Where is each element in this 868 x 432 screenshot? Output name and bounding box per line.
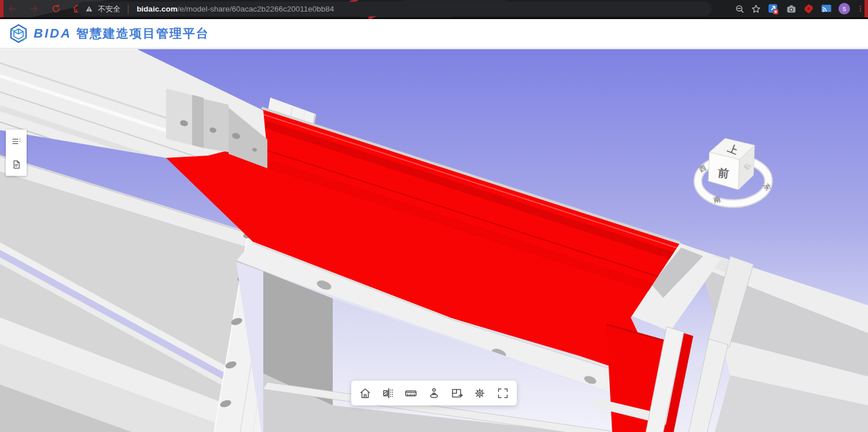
measure-button[interactable] [400,382,422,404]
brand-logo: BIDA 智慧建造项目管理平台 [8,23,209,44]
red-extension-icon[interactable] [803,3,814,14]
security-label: 不安全 [98,4,120,14]
back-icon[interactable] [6,2,19,15]
browser-window: 不安全 │ bidaic.com/e/model-share/60acac2b2… [0,0,868,432]
address-bar[interactable]: 不安全 │ bidaic.com/e/model-share/60acac2b2… [77,2,712,16]
forward-icon[interactable] [28,2,41,15]
not-secure-warning-icon [85,5,93,13]
fullscreen-icon [496,386,510,400]
browser-actions: s [735,0,865,17]
camera-extension-icon[interactable] [786,3,797,14]
document-icon [11,159,22,170]
model-viewport[interactable]: 西 南 东 上 前 右 [0,49,868,432]
viewpoint-button[interactable] [446,382,468,404]
bida-logo-icon [8,23,29,44]
fullscreen-button[interactable] [492,382,514,404]
url-path: /e/model-share/60acac2b2266c20011e0bb84 [178,5,334,13]
model-scene: 西 南 东 上 前 右 [0,49,868,432]
kebab-menu-icon[interactable] [856,3,865,14]
settings-gear-icon [473,386,487,400]
zoom-icon[interactable] [735,4,745,14]
section-button[interactable] [377,382,399,404]
home-view-button[interactable] [354,382,376,404]
roam-button[interactable] [423,382,445,404]
document-button[interactable] [6,153,27,176]
screenshot-extension-icon[interactable] [767,3,779,15]
bookmark-star-icon[interactable] [751,4,761,14]
url-domain: bidaic.com [137,5,178,13]
section-icon [381,386,395,400]
home-icon [358,386,372,400]
cube-front-label[interactable]: 前 [718,167,730,180]
profile-avatar[interactable]: s [838,3,850,14]
roam-icon [427,386,441,400]
url-separator: │ [126,5,131,13]
brand-chinese: 智慧建造项目管理平台 [76,25,209,42]
app-header: BIDA 智慧建造项目管理平台 [0,19,868,49]
viewer-toolbar [351,381,517,405]
viewpoint-icon [450,386,464,400]
brand-latin: BIDA [34,26,72,41]
browser-toolbar: 不安全 │ bidaic.com/e/model-share/60acac2b2… [0,0,868,19]
theme-red-edge [865,0,868,17]
theme-red-edge [0,0,3,17]
settings-button[interactable] [469,382,491,404]
model-tree-icon [11,136,22,147]
url-text: bidaic.com/e/model-share/60acac2b2266c20… [137,5,334,13]
reload-icon[interactable] [50,2,62,15]
viewer-side-panel [6,130,27,176]
measure-icon [404,386,418,400]
model-tree-button[interactable] [6,130,27,153]
cast-extension-icon[interactable] [821,3,832,14]
